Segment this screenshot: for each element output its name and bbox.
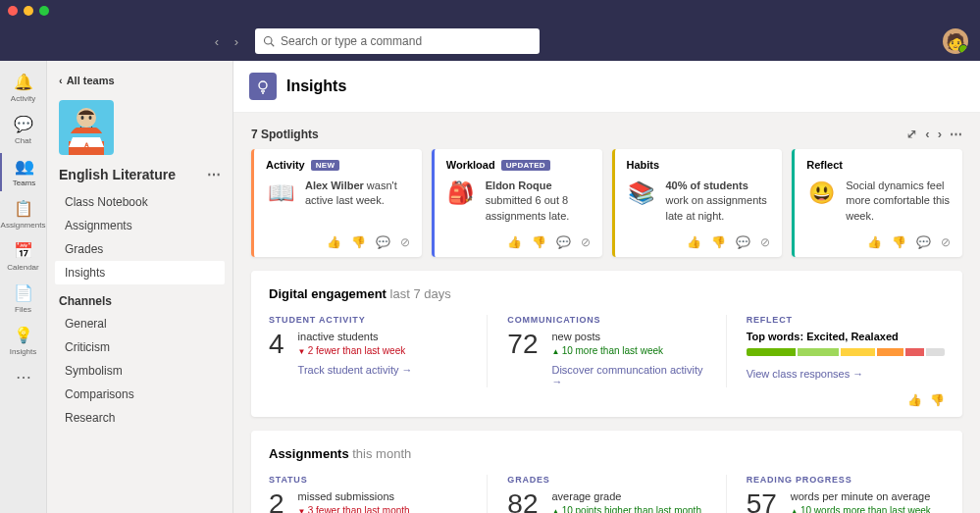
reflect-header: REFLECT [747,315,945,325]
collapse-icon[interactable]: ⤢ [906,127,917,141]
rail-chat[interactable]: 💬Chat [0,111,47,149]
team-avatar: ᴀ [59,100,114,155]
new-badge: NEW [311,160,340,171]
discover-comm-link[interactable]: Discover communcation activity [551,364,705,387]
rail-more[interactable]: ⋯ [0,364,47,391]
window-titlebar [0,0,980,22]
rail-activity[interactable]: 🔔Activity [0,69,47,107]
search-placeholder: Search or type a command [281,34,422,48]
nav-class-notebook[interactable]: Class Notebook [55,190,225,214]
svg-point-3 [81,116,84,120]
thumbs-down-icon[interactable]: 👎 [892,235,906,249]
status-header: STATUS [269,475,467,485]
chevron-left-icon: ‹ [59,75,63,86]
missed-count: 2 [269,490,284,513]
book-icon: 📖 [266,179,295,208]
close-dot[interactable] [8,6,18,16]
dismiss-icon[interactable]: ⊘ [400,235,410,249]
reading-header: READING PROGRESS [747,475,945,485]
channel-general[interactable]: General [55,312,225,335]
page-header: Insights [233,61,980,113]
avg-grade: 82 [507,490,538,513]
all-teams-link[interactable]: ‹ All teams [55,71,225,90]
wpm-count: 57 [747,490,777,513]
search-icon [263,35,275,47]
rail-files[interactable]: 📄Files [0,280,47,318]
thumbs-down-icon[interactable]: 👎 [532,235,546,249]
channel-criticism[interactable]: Criticism [55,335,225,359]
next-spotlight[interactable]: › [938,127,942,141]
nav-grades[interactable]: Grades [55,237,225,261]
view-responses-link[interactable]: View class responses [747,368,864,380]
svg-point-7 [259,81,267,89]
thumbs-up-icon[interactable]: 👍 [867,235,882,249]
chat-icon[interactable]: 💬 [376,235,390,249]
communications-header: COMMUNICATIONS [507,315,705,325]
prev-spotlight[interactable]: ‹ [925,127,929,141]
thumbs-down-icon[interactable]: 👎 [711,235,726,249]
nav-assignments[interactable]: Assignments [55,214,225,237]
channels-header: Channels [55,284,225,312]
calendar-icon: 📅 [14,241,33,261]
svg-point-0 [265,37,273,45]
spotlight-habits[interactable]: Habits 📚40% of students work on assignme… [612,149,783,257]
channel-research[interactable]: Research [55,406,225,430]
rail-calendar[interactable]: 📅Calendar [0,237,47,276]
content-area: Insights 7 Spotlights ⤢ ‹ › ⋯ ActivityNE… [233,61,980,513]
maximize-dot[interactable] [39,6,49,16]
chat-icon[interactable]: 💬 [916,235,931,249]
search-input[interactable]: Search or type a command [255,28,540,54]
reflect-top-words: Top words: Excited, Realaxed [747,331,945,342]
back-nav[interactable]: ‹ [208,32,226,50]
team-more-icon[interactable]: ⋯ [207,167,221,182]
chat-icon[interactable]: 💬 [556,235,571,249]
insights-icon: 💡 [14,326,33,345]
chat-icon: 💬 [14,115,33,134]
thumbs-up-icon[interactable]: 👍 [687,235,701,249]
chat-icon[interactable]: 💬 [736,235,750,249]
spotlight-more-icon[interactable]: ⋯ [950,127,962,141]
svg-point-4 [89,116,92,120]
channel-symbolism[interactable]: Symbolism [55,359,225,383]
nav-insights[interactable]: Insights [55,261,225,284]
posts-count: 72 [507,331,538,358]
student-activity-header: STUDENT ACTIVITY [269,315,467,325]
reflect-bar [747,348,945,356]
spotlights-row: ActivityNEW 📖Alex Wilber wasn't active l… [233,149,980,271]
grades-header: GRADES [507,475,705,485]
insights-app-icon [249,73,277,100]
thumbs-down-icon[interactable]: 👎 [930,393,945,407]
backpack-icon: 🎒 [446,179,476,208]
assignments-panel: Assignments this month STATUS 2 missed s… [251,431,962,513]
thumbs-up-icon[interactable]: 👍 [907,393,922,407]
spotlight-workload[interactable]: WorkloadUPDATED 🎒Eldon Roque submitted 6… [432,149,602,257]
rail-insights[interactable]: 💡Insights [0,322,47,360]
panel-title: Digital engagement last 7 days [269,286,945,301]
team-sidebar: ‹ All teams ᴀ English Literature⋯ Class … [47,61,233,513]
team-title: English Literature⋯ [55,163,225,190]
rail-teams[interactable]: 👥Teams [0,153,47,191]
thumbs-up-icon[interactable]: 👍 [327,235,341,249]
user-avatar[interactable]: 🧑 [943,28,968,54]
rail-assignments[interactable]: 📋Assignments [0,195,47,233]
emoji-faces-icon: 😃 [806,179,836,208]
dismiss-icon[interactable]: ⊘ [760,235,770,249]
dismiss-icon[interactable]: ⊘ [581,235,591,249]
spotlights-header: 7 Spotlights ⤢ ‹ › ⋯ [233,113,980,149]
thumbs-down-icon[interactable]: 👎 [351,235,366,249]
svg-text:ᴀ: ᴀ [83,140,89,149]
digital-engagement-panel: Digital engagement last 7 days STUDENT A… [251,271,962,417]
inactive-count: 4 [269,331,284,358]
minimize-dot[interactable] [24,6,33,16]
channel-comparisons[interactable]: Comparisons [55,383,225,406]
dismiss-icon[interactable]: ⊘ [941,235,951,249]
teams-icon: 👥 [15,157,34,177]
spotlight-activity[interactable]: ActivityNEW 📖Alex Wilber wasn't active l… [251,149,422,257]
spotlight-reflect[interactable]: Reflect 😃Social dynamics feel more comfo… [792,149,962,257]
bell-icon: 🔔 [14,73,33,92]
thumbs-up-icon[interactable]: 👍 [507,235,522,249]
page-title: Insights [286,77,346,95]
stack-icon: 📚 [627,179,656,208]
track-activity-link[interactable]: Track student activity [298,364,413,376]
forward-nav[interactable]: › [228,32,245,50]
